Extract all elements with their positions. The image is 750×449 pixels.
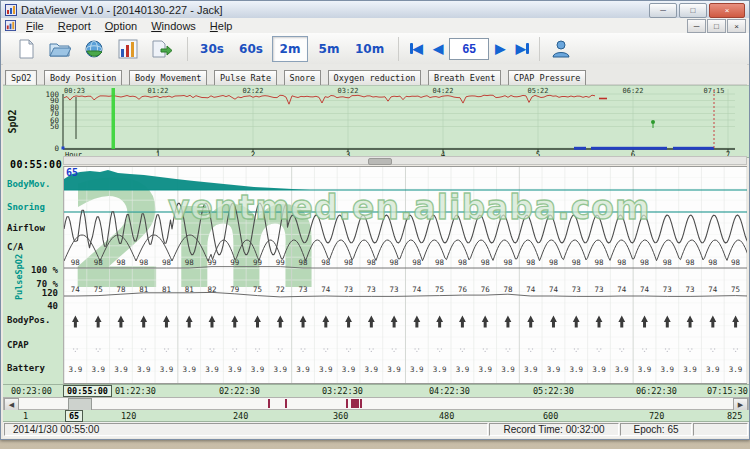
mdi-document-icon[interactable]: [5, 20, 16, 31]
prev-epoch-icon[interactable]: ◀: [427, 37, 449, 61]
pulse-value: 74: [526, 285, 536, 294]
pulse-value: 81: [139, 285, 148, 294]
channel-tab-bar: SpO2 Body Position Body Movement Pulse R…: [3, 64, 747, 85]
battery-value: 3.9: [69, 365, 83, 374]
pulse-value: 73: [344, 285, 353, 294]
scale-pulse-40: 40: [47, 301, 58, 311]
interval-30s-button[interactable]: 30s: [194, 36, 230, 62]
mdi-window-controls: ─ □ ×: [686, 19, 746, 33]
cpap-mark: [532, 348, 533, 349]
cpap-mark: [416, 351, 417, 352]
toolbar-separator: [187, 37, 188, 61]
timeline-epoch-label: 360: [333, 411, 348, 421]
pulse-value: 73: [572, 285, 581, 294]
splitter-scroll-thumb[interactable]: [368, 158, 392, 165]
battery-value: 3.9: [729, 365, 743, 374]
cpap-mark: [323, 348, 324, 349]
epoch-detail-chart[interactable]: 2m 98743.998753.998783.998813.998813.998…: [63, 166, 747, 384]
last-epoch-icon[interactable]: ▶: [511, 37, 533, 61]
interval-10m-button[interactable]: 10m: [350, 36, 389, 62]
timeline-time-label: 00:23:00: [11, 386, 52, 396]
interval-5m-button[interactable]: 5m: [311, 36, 347, 62]
spo2-value: 98: [139, 258, 149, 267]
cpap-mark: [441, 348, 442, 349]
cpap-mark: [393, 351, 394, 352]
timeline-epoch-label: 600: [543, 411, 558, 421]
menu-windows[interactable]: Windows: [144, 20, 203, 32]
cpap-mark: [733, 348, 734, 349]
cpap-mark: [168, 348, 169, 349]
battery-value: 3.9: [433, 365, 447, 374]
cpap-mark: [600, 348, 601, 349]
timeline-event-tick: [346, 399, 348, 408]
spo2-value: 98: [458, 258, 468, 267]
close-icon[interactable]: ×: [709, 3, 745, 18]
menu-help[interactable]: Help: [203, 20, 240, 32]
channel-label-gutter: 00:55:00 BodyMov. Snoring Airflow C/A Pu…: [3, 157, 63, 384]
pulse-value: 73: [594, 285, 603, 294]
mdi-minimize-icon[interactable]: ─: [687, 19, 706, 33]
cpap-mark: [737, 348, 738, 349]
pulse-value: 72: [276, 285, 285, 294]
cpap-mark: [143, 351, 144, 352]
minimize-icon[interactable]: ─: [649, 3, 677, 18]
menu-file[interactable]: File: [19, 20, 51, 32]
spo2-value: 99: [276, 258, 285, 267]
globe-refresh-icon[interactable]: [79, 36, 109, 62]
overview-time-label: 04:22: [432, 87, 453, 95]
pulse-value: 76: [481, 285, 491, 294]
spo2-overview-panel[interactable]: SpO2 10090807060500123456700:2301:2202:2…: [3, 85, 749, 158]
cpap-mark: [623, 348, 624, 349]
watermark-site: ventmed.en.alibaba.com: [168, 188, 650, 227]
cpap-mark: [621, 351, 622, 352]
timeline-epoch-label: 720: [649, 411, 664, 421]
patient-icon[interactable]: [546, 36, 576, 62]
overview-origin-mark: [62, 147, 65, 150]
epoch-number-input[interactable]: [449, 38, 489, 60]
first-epoch-icon[interactable]: ◀: [405, 37, 427, 61]
cpap-mark: [667, 351, 668, 352]
timeline-scrollbar[interactable]: ◀ ▶: [3, 397, 749, 410]
battery-value: 3.9: [251, 365, 265, 374]
cpap-mark: [280, 351, 281, 352]
interval-60s-button[interactable]: 60s: [233, 36, 269, 62]
status-empty-panel: [693, 423, 748, 436]
timeline-epoch-label: 65: [65, 410, 83, 422]
cpap-mark: [646, 348, 647, 349]
interval-2m-button[interactable]: 2m: [272, 36, 308, 62]
mdi-restore-icon[interactable]: □: [707, 19, 726, 33]
mdi-close-icon[interactable]: ×: [727, 19, 746, 33]
maximize-icon[interactable]: □: [679, 3, 707, 18]
spo2-value: 98: [617, 258, 627, 267]
battery-value: 3.9: [638, 365, 652, 374]
spo2-value: 98: [481, 258, 491, 267]
new-file-icon[interactable]: [11, 36, 41, 62]
timeline-event-tick: [268, 399, 270, 408]
cpap-mark: [486, 348, 487, 349]
cpap-mark: [665, 348, 666, 349]
panel-splitter-scrollbar[interactable]: [63, 156, 747, 165]
menu-report[interactable]: Report: [51, 20, 98, 32]
next-epoch-icon[interactable]: ▶: [489, 37, 511, 61]
menu-option[interactable]: Option: [98, 20, 144, 32]
window-title: DataViewer V1.0 - [20140130-227 - Jack]: [21, 4, 223, 16]
timeline-time-label: 03:22:30: [322, 386, 363, 396]
cpap-mark: [577, 348, 578, 349]
open-folder-icon[interactable]: [45, 36, 75, 62]
cpap-mark: [530, 351, 531, 352]
battery-value: 3.9: [319, 365, 333, 374]
cpap-mark: [464, 348, 465, 349]
pulse-value: 74: [549, 285, 559, 294]
cpap-mark: [439, 351, 440, 352]
timeline-time-label: 00:55:00: [63, 385, 112, 397]
timeline-time-row: 00:23:0000:55:0001:22:3002:22:3003:22:30…: [3, 384, 749, 397]
pulse-value: 73: [299, 285, 308, 294]
timeline-time-label: 07:15:30: [707, 386, 748, 396]
title-bar[interactable]: DataViewer V1.0 - [20140130-227 - Jack] …: [1, 1, 749, 19]
bar-chart-icon[interactable]: [113, 36, 143, 62]
battery-value: 3.9: [296, 365, 310, 374]
export-icon[interactable]: [147, 36, 177, 62]
pulse-value: 81: [162, 285, 171, 294]
spo2-value: 98: [572, 258, 582, 267]
cpap-mark: [392, 348, 393, 349]
